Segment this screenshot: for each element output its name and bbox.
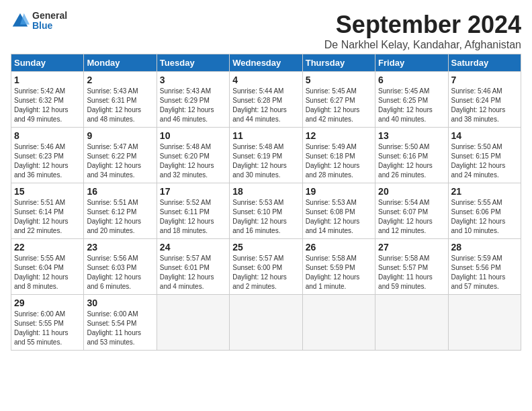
day-number: 8	[14, 130, 81, 141]
day-number: 15	[14, 186, 81, 197]
cell-sun-info: Sunrise: 5:45 AM Sunset: 6:27 PM Dayligh…	[306, 87, 372, 124]
calendar-cell: 3Sunrise: 5:43 AM Sunset: 6:29 PM Daylig…	[157, 72, 229, 128]
day-number: 17	[160, 186, 226, 197]
calendar-cell: 2Sunrise: 5:43 AM Sunset: 6:31 PM Daylig…	[84, 72, 157, 128]
day-number: 16	[87, 186, 153, 197]
calendar-cell	[448, 295, 521, 351]
cell-sun-info: Sunrise: 5:43 AM Sunset: 6:31 PM Dayligh…	[87, 87, 153, 124]
calendar-cell: 29Sunrise: 6:00 AM Sunset: 5:55 PM Dayli…	[11, 295, 84, 351]
cell-sun-info: Sunrise: 5:50 AM Sunset: 6:15 PM Dayligh…	[451, 142, 518, 180]
day-number: 18	[232, 186, 299, 197]
day-header: Sunday	[11, 54, 84, 72]
calendar-cell: 8Sunrise: 5:46 AM Sunset: 6:23 PM Daylig…	[11, 128, 84, 183]
day-number: 26	[306, 242, 372, 253]
calendar-cell: 1Sunrise: 5:42 AM Sunset: 6:32 PM Daylig…	[11, 72, 84, 128]
calendar-header-row: SundayMondayTuesdayWednesdayThursdayFrid…	[11, 54, 521, 72]
cell-sun-info: Sunrise: 5:53 AM Sunset: 6:10 PM Dayligh…	[232, 198, 299, 236]
calendar-cell: 7Sunrise: 5:46 AM Sunset: 6:24 PM Daylig…	[448, 72, 521, 128]
day-number: 30	[87, 298, 153, 308]
calendar-cell	[230, 295, 302, 351]
day-header: Friday	[375, 54, 448, 72]
cell-sun-info: Sunrise: 5:50 AM Sunset: 6:16 PM Dayligh…	[378, 142, 445, 180]
cell-sun-info: Sunrise: 5:48 AM Sunset: 6:20 PM Dayligh…	[160, 142, 226, 180]
cell-sun-info: Sunrise: 5:56 AM Sunset: 6:03 PM Dayligh…	[87, 254, 153, 291]
calendar-cell: 9Sunrise: 5:47 AM Sunset: 6:22 PM Daylig…	[84, 128, 157, 183]
day-number: 1	[14, 75, 81, 85]
calendar-cell	[157, 295, 229, 351]
calendar-cell	[375, 295, 448, 351]
day-number: 7	[451, 75, 518, 85]
cell-sun-info: Sunrise: 5:52 AM Sunset: 6:11 PM Dayligh…	[160, 198, 226, 236]
day-header: Wednesday	[230, 54, 302, 72]
day-number: 28	[451, 242, 518, 253]
day-number: 5	[306, 75, 372, 85]
calendar-cell: 18Sunrise: 5:53 AM Sunset: 6:10 PM Dayli…	[230, 183, 302, 239]
logo-icon	[11, 11, 30, 30]
calendar: SundayMondayTuesdayWednesdayThursdayFrid…	[11, 54, 521, 351]
calendar-cell: 25Sunrise: 5:57 AM Sunset: 6:00 PM Dayli…	[230, 239, 302, 295]
cell-sun-info: Sunrise: 5:51 AM Sunset: 6:14 PM Dayligh…	[14, 198, 81, 236]
cell-sun-info: Sunrise: 5:55 AM Sunset: 6:06 PM Dayligh…	[451, 198, 518, 236]
cell-sun-info: Sunrise: 5:42 AM Sunset: 6:32 PM Dayligh…	[14, 87, 81, 124]
day-number: 13	[378, 130, 445, 141]
calendar-cell: 12Sunrise: 5:49 AM Sunset: 6:18 PM Dayli…	[302, 128, 375, 183]
day-number: 10	[160, 130, 226, 141]
month-title: September 2024	[324, 11, 521, 39]
cell-sun-info: Sunrise: 5:57 AM Sunset: 6:01 PM Dayligh…	[160, 254, 226, 291]
cell-sun-info: Sunrise: 5:55 AM Sunset: 6:04 PM Dayligh…	[14, 254, 81, 291]
day-number: 14	[451, 130, 518, 141]
calendar-cell: 16Sunrise: 5:51 AM Sunset: 6:12 PM Dayli…	[84, 183, 157, 239]
day-header: Thursday	[302, 54, 375, 72]
cell-sun-info: Sunrise: 5:54 AM Sunset: 6:07 PM Dayligh…	[378, 198, 445, 236]
day-number: 25	[232, 242, 299, 253]
calendar-cell: 21Sunrise: 5:55 AM Sunset: 6:06 PM Dayli…	[448, 183, 521, 239]
calendar-cell	[302, 295, 375, 351]
day-number: 9	[87, 130, 153, 141]
cell-sun-info: Sunrise: 5:48 AM Sunset: 6:19 PM Dayligh…	[232, 142, 299, 180]
logo: General Blue	[11, 11, 67, 32]
calendar-week-row: 22Sunrise: 5:55 AM Sunset: 6:04 PM Dayli…	[11, 239, 521, 295]
calendar-cell: 23Sunrise: 5:56 AM Sunset: 6:03 PM Dayli…	[84, 239, 157, 295]
calendar-cell: 26Sunrise: 5:58 AM Sunset: 5:59 PM Dayli…	[302, 239, 375, 295]
cell-sun-info: Sunrise: 5:47 AM Sunset: 6:22 PM Dayligh…	[87, 142, 153, 180]
cell-sun-info: Sunrise: 5:51 AM Sunset: 6:12 PM Dayligh…	[87, 198, 153, 236]
day-number: 23	[87, 242, 153, 253]
calendar-cell: 22Sunrise: 5:55 AM Sunset: 6:04 PM Dayli…	[11, 239, 84, 295]
cell-sun-info: Sunrise: 5:46 AM Sunset: 6:23 PM Dayligh…	[14, 142, 81, 180]
cell-sun-info: Sunrise: 5:59 AM Sunset: 5:56 PM Dayligh…	[451, 254, 518, 291]
calendar-week-row: 1Sunrise: 5:42 AM Sunset: 6:32 PM Daylig…	[11, 72, 521, 128]
day-number: 3	[160, 75, 226, 85]
day-number: 27	[378, 242, 445, 253]
calendar-cell: 14Sunrise: 5:50 AM Sunset: 6:15 PM Dayli…	[448, 128, 521, 183]
calendar-cell: 11Sunrise: 5:48 AM Sunset: 6:19 PM Dayli…	[230, 128, 302, 183]
day-number: 22	[14, 242, 81, 253]
day-number: 24	[160, 242, 226, 253]
calendar-cell: 6Sunrise: 5:45 AM Sunset: 6:25 PM Daylig…	[375, 72, 448, 128]
calendar-cell: 10Sunrise: 5:48 AM Sunset: 6:20 PM Dayli…	[157, 128, 229, 183]
cell-sun-info: Sunrise: 5:58 AM Sunset: 5:59 PM Dayligh…	[306, 254, 372, 291]
cell-sun-info: Sunrise: 5:49 AM Sunset: 6:18 PM Dayligh…	[306, 142, 372, 180]
logo-blue-text: Blue	[32, 21, 67, 31]
logo-general-text: General	[32, 11, 67, 21]
cell-sun-info: Sunrise: 5:44 AM Sunset: 6:28 PM Dayligh…	[232, 87, 299, 124]
calendar-week-row: 15Sunrise: 5:51 AM Sunset: 6:14 PM Dayli…	[11, 183, 521, 239]
cell-sun-info: Sunrise: 5:46 AM Sunset: 6:24 PM Dayligh…	[451, 87, 518, 124]
calendar-cell: 24Sunrise: 5:57 AM Sunset: 6:01 PM Dayli…	[157, 239, 229, 295]
calendar-cell: 19Sunrise: 5:53 AM Sunset: 6:08 PM Dayli…	[302, 183, 375, 239]
cell-sun-info: Sunrise: 5:57 AM Sunset: 6:00 PM Dayligh…	[232, 254, 299, 291]
cell-sun-info: Sunrise: 5:43 AM Sunset: 6:29 PM Dayligh…	[160, 87, 226, 124]
day-number: 11	[232, 130, 299, 141]
calendar-cell: 20Sunrise: 5:54 AM Sunset: 6:07 PM Dayli…	[375, 183, 448, 239]
day-number: 2	[87, 75, 153, 85]
day-number: 29	[14, 298, 81, 308]
day-number: 19	[306, 186, 372, 197]
calendar-cell: 4Sunrise: 5:44 AM Sunset: 6:28 PM Daylig…	[230, 72, 302, 128]
calendar-cell: 30Sunrise: 6:00 AM Sunset: 5:54 PM Dayli…	[84, 295, 157, 351]
calendar-cell: 17Sunrise: 5:52 AM Sunset: 6:11 PM Dayli…	[157, 183, 229, 239]
day-number: 6	[378, 75, 445, 85]
cell-sun-info: Sunrise: 6:00 AM Sunset: 5:55 PM Dayligh…	[14, 310, 81, 347]
cell-sun-info: Sunrise: 5:53 AM Sunset: 6:08 PM Dayligh…	[306, 198, 372, 236]
cell-sun-info: Sunrise: 6:00 AM Sunset: 5:54 PM Dayligh…	[87, 310, 153, 347]
cell-sun-info: Sunrise: 5:45 AM Sunset: 6:25 PM Dayligh…	[378, 87, 445, 124]
cell-sun-info: Sunrise: 5:58 AM Sunset: 5:57 PM Dayligh…	[378, 254, 445, 291]
